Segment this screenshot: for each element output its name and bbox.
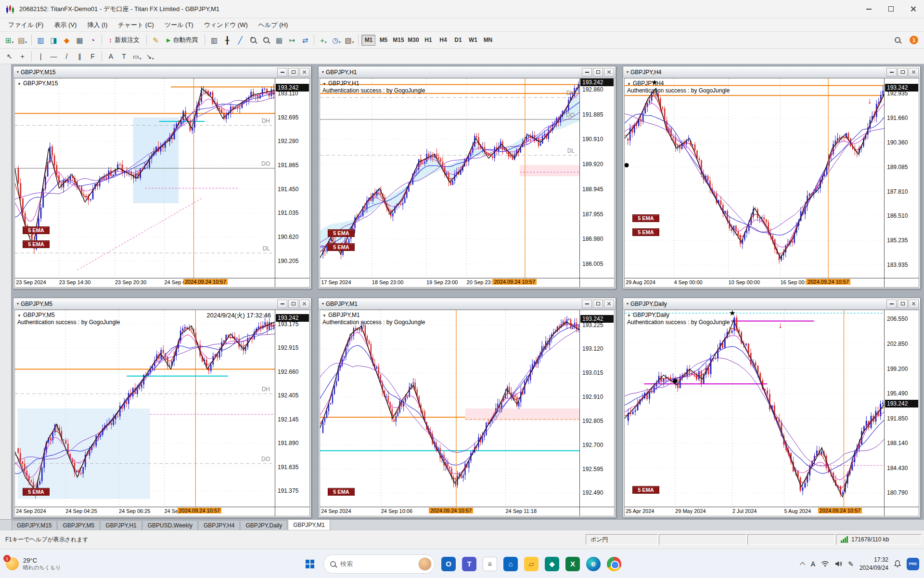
- price-scale[interactable]: 193.175192.915192.660192.405192.145191.8…: [275, 310, 309, 507]
- chart-close-button[interactable]: [604, 300, 614, 308]
- price-scale[interactable]: 193.110192.695192.280191.865191.450191.0…: [275, 79, 309, 278]
- auto-scroll-icon[interactable]: ↦: [285, 34, 298, 46]
- channel-tool[interactable]: ∥: [73, 50, 86, 63]
- timeframe-h1-button[interactable]: H1: [421, 35, 435, 46]
- timeframe-w1-button[interactable]: W1: [466, 35, 480, 46]
- zoom-out-icon[interactable]: −: [259, 34, 272, 46]
- menu-tools[interactable]: ツール (T): [159, 19, 199, 31]
- metaeditor-icon[interactable]: ✎: [149, 34, 162, 46]
- arrows-tool[interactable]: ↘▾: [143, 50, 156, 63]
- chart-plot-m1[interactable]: ▼GBPJPY,M1Authentication success : by Go…: [320, 310, 579, 507]
- tray-expand-icon[interactable]: [800, 562, 805, 567]
- window-titlebar[interactable]: 20682152: TitanFX-Demo01 - デモ口座 - Titan …: [0, 0, 924, 18]
- chart-restore-button[interactable]: [593, 300, 603, 308]
- chart-close-button[interactable]: [604, 68, 614, 77]
- candlestick-chart-icon[interactable]: ╂: [220, 34, 233, 46]
- terminal-icon[interactable]: ▦: [73, 34, 86, 46]
- tab-gbpusd-weekly[interactable]: GBPUSD,Weekly: [142, 520, 198, 530]
- time-scale[interactable]: 17 Sep 202418 Sep 23:0019 Sep 23:0020 Se…: [320, 278, 579, 287]
- chart-minimize-button[interactable]: [582, 68, 592, 77]
- auto-trading-button[interactable]: ▶ 自動売買: [162, 34, 202, 46]
- volume-icon[interactable]: [835, 561, 842, 567]
- chart-minimize-button[interactable]: [277, 68, 287, 77]
- window-maximize-button[interactable]: [880, 0, 902, 18]
- timeframe-m30-button[interactable]: M30: [406, 35, 420, 46]
- trendline-tool[interactable]: /: [60, 50, 73, 63]
- timeframe-m1-button[interactable]: M1: [361, 35, 375, 46]
- crosshair-tool[interactable]: +: [16, 50, 29, 63]
- taskbar-weather-widget[interactable]: 1 29°C 晴れのちくもり: [6, 549, 61, 578]
- taskbar-search[interactable]: [323, 554, 435, 574]
- chart-close-button[interactable]: [299, 300, 309, 308]
- pen-icon[interactable]: ✎: [848, 560, 854, 568]
- time-scale[interactable]: 24 Sep 202424 Sep 04:2524 Sep 06:2524 Se…: [15, 507, 275, 516]
- chart-window-titlebar[interactable]: ▾ GBPJPY,H1: [319, 66, 616, 78]
- window-close-button[interactable]: [902, 0, 924, 18]
- time-scale[interactable]: 24 Sep 202424 Sep 10:0624 Sep 11:182024.…: [320, 507, 579, 516]
- price-scale[interactable]: 192.935191.660190.360189.085187.810186.5…: [884, 79, 919, 278]
- chart-plot-m5[interactable]: DHDO▼GBPJPY,M5Authentication success : b…: [15, 310, 275, 507]
- timeframe-h4-button[interactable]: H4: [436, 35, 450, 46]
- timeframe-mn-button[interactable]: MN: [481, 35, 495, 46]
- menu-help[interactable]: ヘルプ (H): [253, 19, 294, 31]
- wifi-icon[interactable]: [821, 561, 829, 567]
- start-button[interactable]: [303, 557, 317, 571]
- window-minimize-button[interactable]: [858, 0, 880, 18]
- notification-badge[interactable]: 1: [910, 36, 918, 44]
- timeframe-m15-button[interactable]: M15: [391, 35, 405, 46]
- profiles-icon[interactable]: ▤▾: [16, 34, 29, 46]
- app-store-icon[interactable]: ⌂: [503, 557, 518, 571]
- periods-icon[interactable]: ◷▾: [330, 34, 343, 46]
- pre-app-icon[interactable]: PRE: [907, 558, 919, 570]
- chart-plot-h1[interactable]: DHDODL▼GBPJPY,H1Authentication success :…: [320, 79, 579, 278]
- chart-plot-h4[interactable]: ▼GBPJPY,H4Authentication success : by Go…: [625, 79, 884, 278]
- chart-close-button[interactable]: [909, 300, 919, 308]
- price-scale[interactable]: 206.550202.850199.200195.490191.850188.1…: [884, 310, 919, 507]
- tile-windows-icon[interactable]: ▦: [272, 34, 285, 46]
- fibonacci-tool[interactable]: F: [86, 50, 99, 63]
- pointer-tool[interactable]: ↖: [3, 50, 16, 63]
- new-order-button[interactable]: ↕ 新規注文: [104, 34, 144, 46]
- app-notepad-icon[interactable]: ≡: [483, 557, 497, 571]
- chart-plot-m15[interactable]: DHDODL▼GBPJPY,M155 EMA5 EMA: [15, 79, 275, 278]
- menu-window[interactable]: ウィンドウ (W): [199, 19, 253, 31]
- price-scale[interactable]: 193.225193.120193.015192.910192.805192.7…: [579, 310, 614, 507]
- chart-window-titlebar[interactable]: ▾ GBPJPY,Daily: [623, 298, 920, 310]
- chart-window-titlebar[interactable]: ▾ GBPJPY,M5: [13, 298, 311, 310]
- chart-canvas[interactable]: DHDODL▼GBPJPY,H1Authentication success :…: [320, 78, 615, 288]
- label-tool[interactable]: T: [117, 50, 130, 63]
- tab-gbpjpy-h1[interactable]: GBPJPY,H1: [100, 520, 141, 530]
- text-tool[interactable]: A: [104, 50, 117, 63]
- chart-window-titlebar[interactable]: ▾ GBPJPY,M1: [319, 298, 616, 310]
- strategy-tester-icon[interactable]: ◔: [86, 34, 99, 46]
- bar-chart-icon[interactable]: ▥: [207, 34, 220, 46]
- chart-shift-icon[interactable]: ⇄: [298, 34, 311, 46]
- chart-restore-button[interactable]: [593, 68, 603, 77]
- chart-close-button[interactable]: [909, 68, 919, 77]
- tab-gbpjpy-m15[interactable]: GBPJPY,M15: [12, 520, 57, 530]
- templates-icon[interactable]: ▧▾: [343, 34, 356, 46]
- chart-canvas[interactable]: ▼GBPJPY,DailyAuthentication success : by…: [624, 310, 919, 516]
- chart-canvas[interactable]: ▼GBPJPY,M1Authentication success : by Go…: [320, 310, 615, 516]
- indicators-icon[interactable]: +▾: [317, 34, 330, 46]
- new-chart-icon[interactable]: ⊞▾: [3, 34, 16, 46]
- shapes-tool[interactable]: ▭▾: [130, 50, 143, 63]
- timeframe-d1-button[interactable]: D1: [451, 35, 465, 46]
- chart-canvas[interactable]: DHDODL▼GBPJPY,M155 EMA5 EMA193.110192.69…: [14, 78, 310, 288]
- tab-gbpjpy-daily[interactable]: GBPJPY,Daily: [240, 520, 287, 530]
- chart-minimize-button[interactable]: [886, 68, 897, 77]
- app-excel-icon[interactable]: X: [565, 557, 580, 571]
- price-scale[interactable]: 192.860191.885190.910189.920188.945187.9…: [579, 79, 614, 278]
- chart-minimize-button[interactable]: [582, 300, 592, 308]
- app-teams-icon[interactable]: T: [462, 557, 476, 571]
- app-shield-icon[interactable]: ◆: [545, 557, 559, 571]
- chart-restore-button[interactable]: [288, 300, 298, 308]
- chart-restore-button[interactable]: [898, 68, 908, 77]
- chart-window-titlebar[interactable]: ▾ GBPJPY,M15: [13, 66, 311, 78]
- chart-minimize-button[interactable]: [277, 300, 287, 308]
- app-explorer-icon[interactable]: ▱: [524, 557, 539, 571]
- line-chart-icon[interactable]: ╱: [233, 34, 246, 46]
- menu-file[interactable]: ファイル (F): [3, 19, 49, 31]
- timeframe-m5-button[interactable]: M5: [376, 35, 390, 46]
- tray-clock[interactable]: 17:32 2024/09/24: [860, 556, 888, 571]
